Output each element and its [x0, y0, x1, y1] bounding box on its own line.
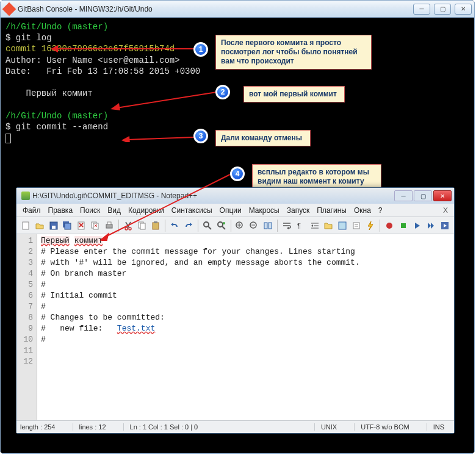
menu-file[interactable]: Файл	[19, 205, 45, 216]
svg-rect-8	[23, 222, 29, 229]
toolbar-btn[interactable]	[350, 219, 363, 232]
svg-rect-20	[106, 224, 112, 228]
menu-macros[interactable]: Макросы	[245, 205, 283, 216]
svg-point-25	[129, 228, 131, 230]
close-button[interactable]: ✕	[433, 190, 452, 201]
svg-marker-56	[415, 223, 420, 229]
menu-run[interactable]: Запуск	[283, 205, 314, 216]
print-icon[interactable]	[103, 219, 116, 232]
notepad-titlebar[interactable]: H:\GIT\Undo\.git\COMMIT_EDITMSG - Notepa…	[16, 188, 454, 204]
commit-message: Первый коммит	[5, 88, 469, 99]
svg-rect-50	[353, 223, 359, 229]
close-tab-icon[interactable]	[74, 219, 88, 232]
tab-close-icon[interactable]: X	[439, 206, 452, 215]
svg-rect-41	[264, 223, 267, 229]
menu-edit[interactable]: Правка	[45, 205, 77, 216]
maximize-button[interactable]: ▢	[414, 190, 432, 201]
find-icon[interactable]	[201, 219, 214, 232]
copy-icon[interactable]	[135, 219, 149, 232]
play-macro-icon[interactable]	[410, 219, 424, 232]
svg-rect-27	[140, 223, 145, 229]
replace-icon[interactable]	[215, 219, 228, 232]
menu-plugins[interactable]: Плагины	[313, 205, 350, 216]
paste-icon[interactable]	[149, 219, 162, 232]
notepad-icon	[21, 192, 30, 200]
menu-help[interactable]: ?	[375, 205, 386, 216]
menu-options[interactable]: Опции	[216, 205, 245, 216]
prompt-path: /h/Git/Undo (master)	[5, 21, 469, 32]
gitbash-window: GitBash Console - MINGW32:/h/Git/Undo ─ …	[0, 0, 475, 454]
menu-windows[interactable]: Окна	[350, 205, 375, 216]
line-gutter: 123456789101112	[16, 234, 37, 420]
redo-icon[interactable]	[182, 219, 195, 232]
status-length: length : 254	[20, 423, 62, 431]
svg-rect-17	[93, 223, 98, 229]
menu-bar: Файл Правка Поиск Вид Кодировки Синтакси…	[16, 204, 454, 217]
record-macro-icon[interactable]	[383, 219, 396, 232]
undo-icon[interactable]	[168, 219, 181, 232]
annotation-callout-3: Дали команду отмены	[215, 130, 311, 146]
stop-macro-icon[interactable]	[397, 219, 410, 232]
save-all-icon[interactable]	[60, 219, 74, 232]
zoom-in-icon[interactable]	[234, 219, 247, 232]
status-lines: lines : 12	[73, 423, 112, 431]
status-pos: Ln : 1 Col : 1 Sel : 0 | 0	[123, 423, 303, 431]
svg-marker-58	[431, 223, 434, 229]
play-multi-icon[interactable]	[424, 219, 438, 232]
svg-rect-55	[401, 223, 406, 228]
svg-rect-42	[269, 223, 272, 229]
indent-icon[interactable]	[308, 219, 322, 232]
svg-rect-29	[154, 221, 157, 223]
annotation-bubble-4: 4	[230, 167, 245, 181]
notepad-title: H:\GIT\Undo\.git\COMMIT_EDITMSG - Notepa…	[32, 192, 394, 200]
show-chars-icon[interactable]: ¶	[294, 219, 308, 232]
window-controls: ─ ▢ ✕	[413, 4, 472, 15]
prompt-path: /h/Git/Undo (master)	[5, 110, 469, 121]
cursor-icon	[5, 134, 11, 143]
svg-point-54	[386, 223, 392, 229]
svg-text:¶: ¶	[297, 222, 301, 229]
svg-marker-31	[190, 223, 192, 226]
blank-line	[5, 99, 469, 110]
svg-marker-43	[287, 227, 289, 229]
wordwrap-icon[interactable]	[280, 219, 294, 232]
status-encoding: UTF-8 w/o BOM	[354, 423, 415, 431]
status-os: UNIX	[314, 423, 343, 431]
svg-point-34	[218, 222, 223, 227]
editor-area[interactable]: 123456789101112 Первый коммит# Please en…	[16, 234, 454, 421]
open-file-icon[interactable]	[33, 219, 46, 232]
svg-rect-21	[107, 222, 111, 224]
gitbash-titlebar[interactable]: GitBash Console - MINGW32:/h/Git/Undo ─ …	[1, 1, 474, 18]
menu-syntax[interactable]: Синтаксисы	[168, 205, 216, 216]
annotation-callout-4: всплыл редакто в котором мы видим наш ко…	[252, 164, 381, 190]
annotation-callout-1: После первого коммита я просто посмотрел…	[215, 35, 372, 70]
maximize-button[interactable]: ▢	[434, 4, 451, 15]
cut-icon[interactable]	[121, 219, 135, 232]
svg-marker-53	[368, 221, 373, 230]
blank-line	[5, 77, 469, 88]
annotation-bubble-2: 2	[215, 85, 230, 99]
folder-icon[interactable]	[322, 219, 335, 232]
status-bar: length : 254 lines : 12 Ln : 1 Col : 1 S…	[16, 421, 454, 433]
svg-rect-10	[52, 226, 56, 229]
svg-marker-57	[428, 223, 431, 229]
toolbar-btn[interactable]	[336, 219, 349, 232]
git-icon	[2, 2, 16, 16]
save-icon[interactable]	[47, 219, 60, 232]
minimize-button[interactable]: ─	[394, 190, 413, 201]
zoom-out-icon[interactable]	[247, 219, 261, 232]
sync-scroll-icon[interactable]	[261, 219, 275, 232]
save-macro-icon[interactable]	[438, 219, 452, 232]
menu-search[interactable]: Поиск	[76, 205, 104, 216]
close-all-icon[interactable]	[88, 219, 102, 232]
menu-encoding[interactable]: Кодировки	[124, 205, 168, 216]
new-file-icon[interactable]	[19, 219, 32, 232]
code-content[interactable]: Первый коммит# Please enter the commit m…	[37, 234, 454, 420]
close-button[interactable]: ✕	[455, 4, 472, 15]
svg-point-24	[125, 228, 128, 230]
menu-view[interactable]: Вид	[104, 205, 124, 216]
lightning-icon[interactable]	[364, 219, 377, 232]
status-mode: INS	[427, 423, 450, 431]
notepad-window: H:\GIT\Undo\.git\COMMIT_EDITMSG - Notepa…	[16, 187, 455, 434]
minimize-button[interactable]: ─	[413, 4, 430, 15]
